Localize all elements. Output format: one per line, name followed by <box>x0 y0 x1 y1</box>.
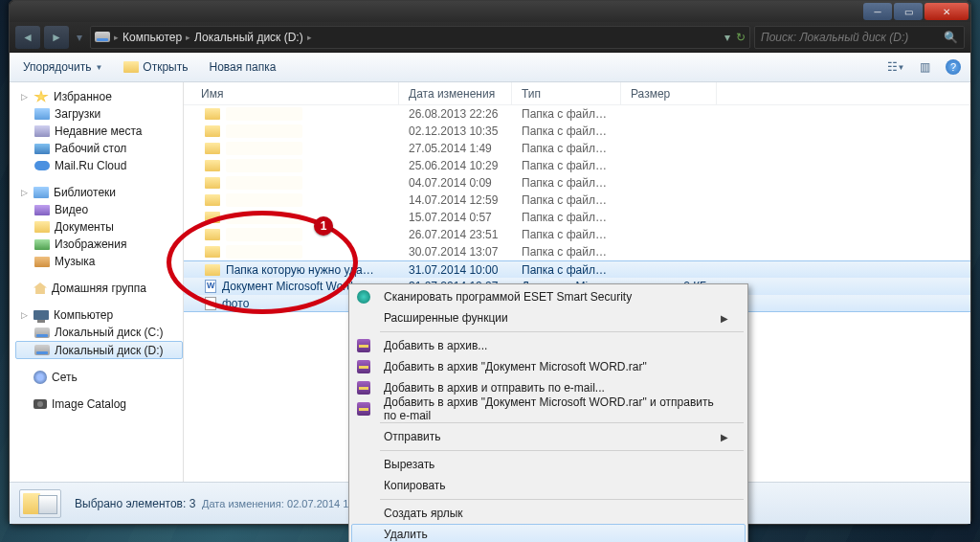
table-row[interactable]: 26.07.2014 23:51Папка с файлами <box>184 226 970 243</box>
tree-label: Музыка <box>55 255 95 268</box>
tree-downloads[interactable]: Загрузки <box>15 105 183 123</box>
col-size[interactable]: Размер <box>621 82 717 104</box>
blurred-name <box>226 142 302 155</box>
view-options-button[interactable]: ☷ ▼ <box>886 57 905 77</box>
tree-documents[interactable]: Документы <box>15 218 183 236</box>
pictures-icon <box>34 239 50 250</box>
table-row[interactable]: 04.07.2014 0:09Папка с файлами <box>184 174 970 192</box>
rar-icon <box>357 402 370 416</box>
music-icon <box>34 257 50 267</box>
drive-icon <box>34 345 50 355</box>
search-input[interactable]: Поиск: Локальный диск (D:) 🔍 <box>754 26 965 49</box>
tree-recent[interactable]: Недавние места <box>15 123 183 140</box>
eset-icon <box>357 290 370 304</box>
table-row[interactable]: 30.07.2014 13:07Папка с файлами <box>184 243 970 260</box>
new-folder-button[interactable]: Новая папка <box>203 58 281 76</box>
ctx-delete[interactable]: Удалить <box>351 524 746 542</box>
table-row[interactable]: 27.05.2014 1:49Папка с файлами <box>184 140 970 157</box>
tree-libraries[interactable]: ▷Библиотеки <box>15 184 183 201</box>
refresh-icon[interactable]: ↻ <box>736 31 746 44</box>
crumb-sep-icon: ▸ <box>186 33 190 42</box>
ctx-create-shortcut[interactable]: Создать ярлык <box>351 503 746 524</box>
cell-name: Папка которую нужно удалить <box>226 263 379 277</box>
organize-button[interactable]: Упорядочить ▼ <box>17 58 108 76</box>
status-selection-count: Выбрано элементов: 3 <box>75 497 195 510</box>
minimize-button[interactable]: ─ <box>863 3 892 20</box>
folder-icon <box>205 143 220 154</box>
rar-icon <box>357 381 370 395</box>
cell-type: Папка с файлами <box>512 176 621 190</box>
tree-drive-c[interactable]: Локальный диск (C:) <box>15 324 183 341</box>
table-row-selected[interactable]: Папка которую нужно удалить31.07.2014 10… <box>184 260 970 278</box>
col-name[interactable]: Имя <box>184 82 399 104</box>
search-icon[interactable]: 🔍 <box>944 31 958 44</box>
folder-icon <box>205 229 220 240</box>
ctx-scan-eset[interactable]: Сканировать программой ESET Smart Securi… <box>351 286 746 307</box>
address-bar[interactable]: ▸ Компьютер ▸ Локальный диск (D:) ▸ ▾ ↻ <box>90 26 750 49</box>
ctx-copy[interactable]: Копировать <box>351 475 746 496</box>
blurred-name <box>226 211 302 224</box>
recent-icon <box>34 125 50 137</box>
cell-type: Папка с файлами <box>512 159 621 172</box>
rar-icon <box>357 339 370 352</box>
maximize-button[interactable]: ▭ <box>894 3 923 20</box>
window-buttons: ─ ▭ ✕ <box>863 3 969 20</box>
star-icon <box>33 90 49 103</box>
table-row[interactable]: 02.12.2013 10:35Папка с файлами <box>184 123 970 140</box>
table-row[interactable]: 14.07.2014 12:59Папка с файлами <box>184 192 970 209</box>
ctx-send-to[interactable]: Отправить▶ <box>351 426 746 447</box>
annotation-badge-1: 1 <box>314 216 333 236</box>
tree-homegroup[interactable]: Домашняя группа <box>15 280 183 297</box>
column-headers[interactable]: Имя Дата изменения Тип Размер <box>184 82 970 105</box>
tree-music[interactable]: Музыка <box>15 253 183 270</box>
tree-label: Домашняя группа <box>52 282 146 295</box>
table-row[interactable]: 25.06.2014 10:29Папка с файлами <box>184 157 970 174</box>
col-date[interactable]: Дата изменения <box>399 82 512 104</box>
rar-icon <box>357 360 370 373</box>
close-button[interactable]: ✕ <box>924 3 969 20</box>
history-dropdown[interactable]: ▾ <box>73 26 86 49</box>
tree-favorites[interactable]: ▷Избранное <box>15 88 183 105</box>
tree-videos[interactable]: Видео <box>15 201 183 218</box>
camera-icon <box>33 399 47 409</box>
tree-drive-d[interactable]: Локальный диск (D:) <box>15 341 183 359</box>
toolbar: Упорядочить ▼ Открыть Новая папка ☷ ▼ ▥ … <box>10 53 970 82</box>
forward-button[interactable]: ► <box>44 26 69 49</box>
titlebar[interactable]: ─ ▭ ✕ <box>10 1 970 22</box>
tree-mailru[interactable]: Mail.Ru Cloud <box>15 157 183 174</box>
crumb-computer[interactable]: Компьютер <box>122 31 182 44</box>
tree-computer[interactable]: ▷Компьютер <box>15 306 183 324</box>
folder-icon <box>205 264 220 276</box>
crumb-drive[interactable]: Локальный диск (D:) <box>194 31 303 44</box>
cell-date: 26.08.2013 22:26 <box>399 107 512 121</box>
ctx-cut[interactable]: Вырезать <box>351 454 746 475</box>
drive-icon <box>34 327 50 338</box>
cell-type: Папка с файлами <box>512 263 621 277</box>
search-placeholder: Поиск: Локальный диск (D:) <box>761 31 908 44</box>
open-button[interactable]: Открыть <box>118 58 193 76</box>
address-dropdown-icon[interactable]: ▾ <box>724 31 730 44</box>
help-button[interactable]: ? <box>944 57 963 77</box>
tree-desktop[interactable]: Рабочий стол <box>15 140 183 157</box>
col-type[interactable]: Тип <box>512 82 621 104</box>
tree-image-catalog[interactable]: Image Catalog <box>15 395 183 413</box>
back-button[interactable]: ◄ <box>15 26 40 49</box>
cell-type: Папка с файлами <box>512 211 621 224</box>
ctx-extended[interactable]: Расширенные функции▶ <box>351 307 746 328</box>
tree-label: Image Catalog <box>52 397 126 411</box>
navigation-tree[interactable]: ▷Избранное Загрузки Недавние места Рабоч… <box>10 82 184 482</box>
preview-pane-button[interactable]: ▥ <box>915 57 934 77</box>
dropdown-icon: ▼ <box>95 63 102 72</box>
blurred-name <box>226 245 302 259</box>
cell-date: 27.05.2014 1:49 <box>399 142 512 155</box>
help-icon: ? <box>946 59 961 75</box>
tree-network[interactable]: Сеть <box>15 369 183 386</box>
ctx-archive-add[interactable]: Добавить в архив... <box>351 335 746 356</box>
table-row[interactable]: 26.08.2013 22:26Папка с файлами <box>184 105 970 123</box>
ctx-archive-word[interactable]: Добавить в архив "Документ Microsoft WOR… <box>351 356 746 377</box>
tree-pictures[interactable]: Изображения <box>15 236 183 253</box>
table-row[interactable]: 15.07.2014 0:57Папка с файлами <box>184 209 970 226</box>
tree-label: Загрузки <box>55 107 100 121</box>
ctx-archive-word-email[interactable]: Добавить в архив "Документ Microsoft WOR… <box>351 398 746 419</box>
ctx-separator <box>380 331 744 332</box>
